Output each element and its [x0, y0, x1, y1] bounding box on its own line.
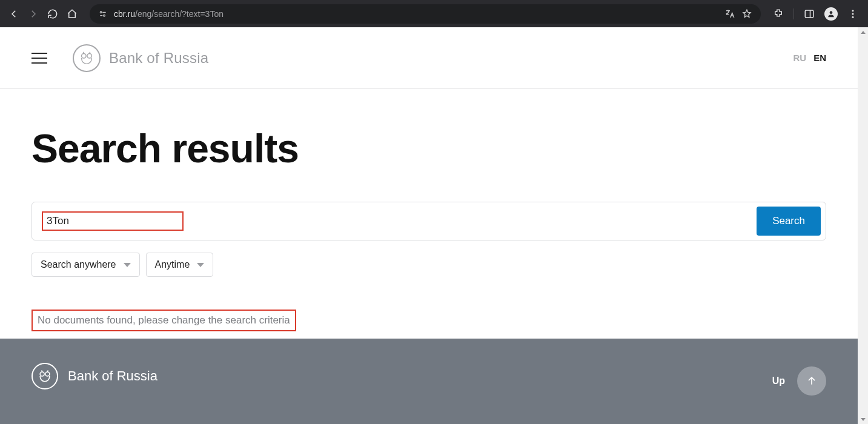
scrollbar-down-icon[interactable]: [858, 414, 868, 424]
translate-icon[interactable]: [724, 8, 735, 19]
profile-avatar-icon[interactable]: [824, 7, 838, 21]
footer-logo-icon: [31, 363, 58, 389]
svg-rect-2: [805, 10, 813, 18]
scope-filter-select[interactable]: Search anywhere: [31, 253, 140, 277]
site-footer: Bank of Russia Up: [0, 339, 858, 424]
search-bar: Search: [31, 202, 826, 240]
lang-ru[interactable]: RU: [793, 53, 806, 63]
home-icon[interactable]: [67, 8, 78, 19]
main: Search results Search Search anywhere An…: [0, 125, 858, 331]
chevron-down-icon: [197, 263, 204, 267]
url-path: /eng/search/?text=3Ton: [135, 9, 224, 19]
svg-point-3: [830, 11, 833, 14]
svg-point-7: [82, 53, 87, 58]
url-text: cbr.ru/eng/search/?text=3Ton: [114, 9, 224, 19]
page-viewport: Bank of Russia RU EN Search results Sear…: [0, 27, 868, 424]
svg-point-5: [852, 13, 854, 15]
back-to-top: Up: [772, 366, 826, 396]
svg-point-8: [87, 53, 92, 58]
chrome-right-icons: [773, 7, 858, 21]
svg-point-6: [852, 16, 854, 18]
up-label[interactable]: Up: [772, 376, 785, 386]
search-query-highlight: [42, 211, 184, 231]
scroll-top-button[interactable]: [797, 366, 826, 396]
svg-point-1: [104, 15, 105, 16]
brand[interactable]: Bank of Russia: [73, 44, 208, 72]
sidepanel-icon[interactable]: [804, 8, 815, 19]
brand-title: Bank of Russia: [109, 50, 208, 67]
hamburger-menu-icon[interactable]: [31, 53, 47, 64]
page-title: Search results: [31, 125, 826, 171]
url-host: cbr.ru: [114, 9, 135, 19]
scope-filter-label: Search anywhere: [41, 259, 116, 270]
filter-row: Search anywhere Anytime: [31, 253, 826, 277]
back-icon[interactable]: [8, 8, 19, 19]
scrollbar-up-icon[interactable]: [858, 27, 868, 38]
site-header: Bank of Russia RU EN: [0, 27, 858, 89]
reload-icon[interactable]: [47, 8, 58, 19]
address-bar[interactable]: cbr.ru/eng/search/?text=3Ton: [90, 4, 761, 24]
language-switcher: RU EN: [793, 53, 826, 63]
nav-icon-group: [8, 8, 78, 19]
footer-brand[interactable]: Bank of Russia: [31, 363, 157, 389]
lang-en[interactable]: EN: [813, 53, 826, 63]
kebab-menu-icon[interactable]: [847, 8, 858, 19]
search-button[interactable]: Search: [757, 207, 821, 236]
scrollbar[interactable]: [858, 27, 868, 424]
forward-icon[interactable]: [28, 8, 39, 19]
no-results-message: No documents found, please change the se…: [31, 310, 296, 331]
browser-chrome: cbr.ru/eng/search/?text=3Ton: [0, 0, 868, 27]
separator: [793, 8, 794, 19]
site-settings-icon[interactable]: [98, 9, 108, 19]
time-filter-select[interactable]: Anytime: [146, 253, 214, 277]
svg-point-10: [45, 372, 50, 376]
chevron-down-icon: [124, 263, 131, 267]
bookmark-star-icon[interactable]: [741, 8, 752, 19]
results-area: No documents found, please change the se…: [31, 310, 826, 331]
search-input[interactable]: [47, 215, 175, 227]
extensions-icon[interactable]: [773, 8, 784, 19]
page-content: Bank of Russia RU EN Search results Sear…: [0, 27, 858, 424]
footer-brand-title: Bank of Russia: [68, 368, 157, 384]
svg-point-4: [852, 10, 854, 12]
brand-logo-icon: [73, 44, 101, 72]
svg-point-9: [40, 372, 44, 376]
time-filter-label: Anytime: [155, 259, 190, 270]
svg-point-0: [100, 12, 102, 13]
